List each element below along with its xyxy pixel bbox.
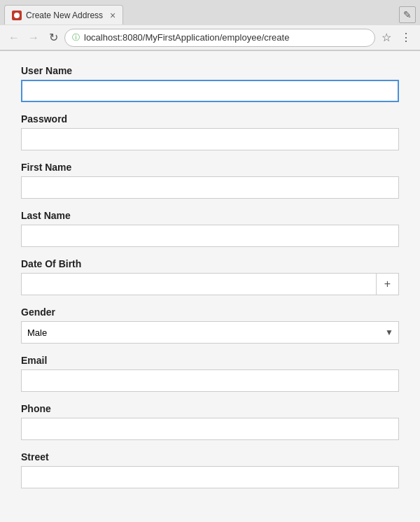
tab-favicon: [12, 10, 22, 20]
back-icon: ←: [8, 31, 20, 44]
street-input[interactable]: [21, 466, 399, 488]
street-section: Street: [21, 451, 399, 488]
menu-icon: ⋮: [400, 31, 412, 44]
url-text: localhost:8080/MyFirstApplication/employ…: [84, 32, 368, 43]
back-button[interactable]: ←: [6, 29, 22, 46]
dob-label: Date Of Birth: [21, 258, 399, 269]
dob-section: Date Of Birth +: [21, 258, 399, 295]
tab-title: Create New Address: [26, 10, 103, 20]
plus-icon: +: [384, 278, 391, 290]
forward-icon: →: [28, 31, 39, 44]
email-input[interactable]: [21, 369, 399, 392]
nav-bar: ← → ↻ ⓘ localhost:8080/MyFirstApplicatio…: [0, 25, 420, 50]
phone-section: Phone: [21, 403, 399, 440]
dob-input[interactable]: [21, 273, 377, 295]
profile-button[interactable]: ✎: [399, 6, 416, 23]
tab-bar: Create New Address × ✎: [0, 0, 420, 25]
dob-plus-button[interactable]: +: [377, 273, 399, 295]
firstname-input[interactable]: [21, 176, 399, 199]
page-content: User Name Password First Name Last Name …: [0, 51, 420, 522]
lastname-label: Last Name: [21, 210, 399, 221]
browser-tab[interactable]: Create New Address ×: [4, 5, 123, 24]
reload-button[interactable]: ↻: [45, 29, 62, 46]
firstname-label: First Name: [21, 162, 399, 173]
lock-icon: ⓘ: [72, 32, 80, 43]
menu-button[interactable]: ⋮: [398, 29, 414, 46]
phone-input[interactable]: [21, 418, 399, 440]
lastname-section: Last Name: [21, 210, 399, 247]
address-bar[interactable]: ⓘ localhost:8080/MyFirstApplication/empl…: [64, 29, 375, 47]
forward-button[interactable]: →: [25, 29, 42, 46]
street-label: Street: [21, 451, 399, 463]
email-section: Email: [21, 355, 399, 392]
star-icon: ☆: [382, 31, 391, 44]
phone-label: Phone: [21, 403, 399, 414]
gender-section: Gender Male Female Other ▼: [21, 306, 399, 344]
username-section: User Name: [21, 65, 399, 102]
browser-chrome: Create New Address × ✎ ← → ↻ ⓘ localhost…: [0, 0, 420, 51]
reload-icon: ↻: [49, 31, 58, 44]
tab-close-button[interactable]: ×: [110, 10, 115, 21]
password-input[interactable]: [21, 128, 399, 150]
star-button[interactable]: ☆: [378, 29, 395, 46]
gender-label: Gender: [21, 306, 399, 318]
email-label: Email: [21, 355, 399, 366]
username-label: User Name: [21, 65, 399, 76]
password-label: Password: [21, 113, 399, 125]
lastname-input[interactable]: [21, 225, 399, 247]
gender-select-wrapper: Male Female Other ▼: [21, 321, 399, 344]
firstname-section: First Name: [21, 162, 399, 199]
password-section: Password: [21, 113, 399, 150]
dob-row: +: [21, 273, 399, 295]
gender-select[interactable]: Male Female Other: [21, 321, 399, 344]
username-input[interactable]: [21, 80, 399, 102]
